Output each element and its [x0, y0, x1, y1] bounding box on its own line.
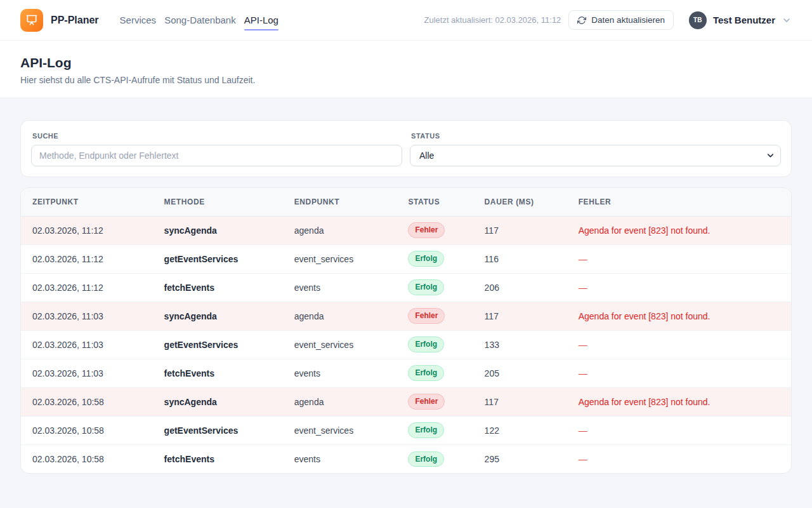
- search-label: SUCHE: [32, 132, 402, 140]
- search-input[interactable]: [31, 145, 402, 166]
- cell-timestamp: 02.03.2026, 11:12: [21, 216, 153, 244]
- brand-name: PP-Planer: [51, 15, 99, 26]
- cell-error: Agenda for event [823] not found.: [567, 302, 791, 330]
- cell-timestamp: 02.03.2026, 10:58: [21, 416, 153, 444]
- status-label: STATUS: [411, 132, 781, 140]
- cell-endpoint: events: [283, 359, 397, 387]
- cell-status: Fehler: [396, 302, 473, 330]
- cell-error: —: [567, 416, 791, 444]
- refresh-button-label: Daten aktualisieren: [591, 15, 665, 25]
- cell-endpoint: agenda: [283, 216, 397, 244]
- cell-status: Fehler: [396, 216, 473, 244]
- column-header-status: STATUS: [396, 188, 473, 216]
- cell-error: Agenda for event [823] not found.: [567, 387, 791, 416]
- user-name: Test Benutzer: [713, 15, 775, 25]
- table-row: 02.03.2026, 10:58 getEventServices event…: [21, 416, 791, 444]
- nav-item-services[interactable]: Services: [120, 15, 157, 26]
- cell-endpoint: events: [283, 444, 397, 473]
- cell-timestamp: 02.03.2026, 11:12: [21, 273, 153, 302]
- cell-duration: 295: [473, 444, 567, 473]
- brand[interactable]: PP-Planer: [20, 9, 99, 32]
- cell-method: syncAgenda: [153, 302, 283, 330]
- cell-timestamp: 02.03.2026, 11:03: [21, 359, 153, 387]
- page-header: API-Log Hier siehst du alle CTS-API-Aufr…: [0, 41, 812, 98]
- cell-error: —: [567, 359, 791, 387]
- column-header-fehler: FEHLER: [567, 188, 791, 216]
- nav-item-song-datenbank[interactable]: Song-Datenbank: [164, 15, 236, 26]
- search-filter-field: SUCHE: [31, 131, 402, 166]
- cell-status: Erfolg: [396, 330, 473, 359]
- cell-endpoint: event_services: [283, 330, 397, 359]
- cell-endpoint: agenda: [283, 302, 397, 330]
- cell-status: Erfolg: [396, 244, 473, 273]
- navbar-left: PP-Planer Services Song-Datenbank API-Lo…: [20, 9, 278, 32]
- status-badge: Erfolg: [408, 337, 444, 352]
- cell-status: Erfolg: [396, 444, 473, 473]
- cell-error: Agenda for event [823] not found.: [567, 216, 791, 244]
- cell-status: Fehler: [396, 387, 473, 416]
- cell-duration: 117: [473, 302, 567, 330]
- cell-duration: 133: [473, 330, 567, 359]
- refresh-data-button[interactable]: Daten aktualisieren: [568, 10, 674, 30]
- cell-method: fetchEvents: [153, 444, 283, 473]
- table-row: 02.03.2026, 11:12 fetchEvents events Erf…: [21, 273, 791, 302]
- cell-method: syncAgenda: [153, 387, 283, 416]
- app-root: PP-Planer Services Song-Datenbank API-Lo…: [0, 0, 812, 495]
- status-badge: Erfolg: [408, 451, 444, 467]
- cell-method: getEventServices: [153, 244, 283, 273]
- page-title: API-Log: [20, 55, 792, 70]
- api-log-table: ZEITPUNKT METHODE ENDPUNKT STATUS DAUER …: [21, 188, 791, 473]
- cell-method: getEventServices: [153, 330, 283, 359]
- table-row: 02.03.2026, 11:03 syncAgenda agenda Fehl…: [21, 302, 791, 330]
- page-subtitle: Hier siehst du alle CTS-API-Aufrufe mit …: [20, 75, 792, 85]
- top-navbar: PP-Planer Services Song-Datenbank API-Lo…: [0, 0, 812, 41]
- cell-timestamp: 02.03.2026, 10:58: [21, 387, 153, 416]
- cell-duration: 206: [473, 273, 567, 302]
- cell-timestamp: 02.03.2026, 11:12: [21, 244, 153, 273]
- table-row: 02.03.2026, 11:12 getEventServices event…: [21, 244, 791, 273]
- column-header-zeitpunkt: ZEITPUNKT: [21, 188, 153, 216]
- refresh-icon: [577, 16, 586, 25]
- status-badge: Fehler: [408, 222, 445, 237]
- api-log-table-card: ZEITPUNKT METHODE ENDPUNKT STATUS DAUER …: [20, 187, 792, 474]
- user-menu[interactable]: TB Test Benutzer: [689, 11, 792, 29]
- cell-duration: 122: [473, 416, 567, 444]
- cell-endpoint: events: [283, 273, 397, 302]
- app-logo-icon: [20, 9, 43, 32]
- cell-method: getEventServices: [153, 416, 283, 444]
- status-badge: Fehler: [408, 394, 445, 409]
- filter-card: SUCHE STATUS Alle: [20, 120, 792, 177]
- nav-item-api-log[interactable]: API-Log: [244, 15, 278, 26]
- cell-endpoint: agenda: [283, 387, 397, 416]
- column-header-methode: METHODE: [153, 188, 283, 216]
- cell-error: —: [567, 244, 791, 273]
- status-badge: Erfolg: [408, 422, 444, 438]
- avatar: TB: [689, 11, 707, 29]
- cell-duration: 205: [473, 359, 567, 387]
- last-updated-text: Zuletzt aktualisiert: 02.03.2026, 11:12: [424, 15, 561, 25]
- cell-timestamp: 02.03.2026, 10:58: [21, 444, 153, 473]
- column-header-dauer: DAUER (MS): [473, 188, 567, 216]
- status-filter-field: STATUS Alle: [410, 131, 781, 166]
- table-row: 02.03.2026, 11:03 getEventServices event…: [21, 330, 791, 359]
- navbar-right: Zuletzt aktualisiert: 02.03.2026, 11:12 …: [424, 10, 792, 30]
- status-select[interactable]: Alle: [410, 145, 781, 166]
- cell-duration: 117: [473, 216, 567, 244]
- cell-duration: 116: [473, 244, 567, 273]
- status-badge: Erfolg: [408, 251, 444, 266]
- primary-nav: Services Song-Datenbank API-Log: [120, 15, 278, 26]
- cell-timestamp: 02.03.2026, 11:03: [21, 302, 153, 330]
- status-badge: Fehler: [408, 308, 445, 323]
- main-content: SUCHE STATUS Alle: [0, 98, 812, 495]
- table-body: 02.03.2026, 11:12 syncAgenda agenda Fehl…: [21, 216, 791, 473]
- cell-duration: 117: [473, 387, 567, 416]
- cell-method: fetchEvents: [153, 359, 283, 387]
- cell-error: —: [567, 273, 791, 302]
- table-row: 02.03.2026, 10:58 syncAgenda agenda Fehl…: [21, 387, 791, 416]
- cell-status: Erfolg: [396, 359, 473, 387]
- table-header-row: ZEITPUNKT METHODE ENDPUNKT STATUS DAUER …: [21, 188, 791, 216]
- cell-status: Erfolg: [396, 273, 473, 302]
- chevron-down-icon: [782, 15, 792, 25]
- column-header-endpunkt: ENDPUNKT: [283, 188, 397, 216]
- status-select-wrap: Alle: [410, 145, 781, 166]
